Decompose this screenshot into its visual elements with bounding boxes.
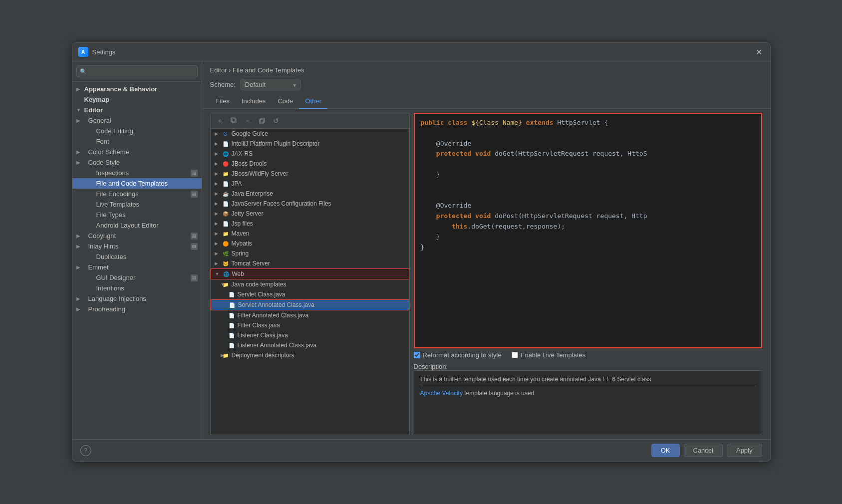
icon-jsp: 📄: [222, 220, 230, 228]
file-item-jsf[interactable]: ▶ 📄 JavaServer Faces Configuration Files: [211, 199, 409, 209]
label-servlet-annotated: Servlet Annotated Class.java: [238, 301, 314, 308]
file-item-java-enterprise[interactable]: ▶ ☕ Java Enterprise: [211, 189, 409, 199]
sidebar-item-editor[interactable]: ▼ Editor: [72, 105, 202, 115]
copy-button[interactable]: [229, 115, 240, 126]
reformat-checkbox[interactable]: [414, 352, 420, 358]
sidebar-item-inspections[interactable]: Inspections ⊞: [72, 168, 202, 178]
apply-button[interactable]: Apply: [727, 444, 762, 457]
file-item-java-code-templates[interactable]: ▼ 📁 Java code templates: [211, 279, 409, 289]
arrow-tomcat: ▶: [215, 261, 221, 266]
file-item-maven[interactable]: ▶ 📁 Maven: [211, 229, 409, 239]
file-item-mybatis[interactable]: ▶ 🟠 Mybatis: [211, 239, 409, 249]
sidebar-item-proofreading[interactable]: ▶ Proofreading: [72, 304, 202, 314]
file-item-filter-annotated[interactable]: 📄 Filter Annotated Class.java: [211, 310, 409, 320]
spacer-insp: [76, 170, 82, 176]
svg-rect-2: [260, 119, 264, 123]
file-item-jboss-wildfly[interactable]: ▶ 📁 JBoss/WildFly Server: [211, 169, 409, 179]
file-item-jetty[interactable]: ▶ 📦 Jetty Server: [211, 209, 409, 219]
apache-velocity-link[interactable]: Apache Velocity: [420, 390, 463, 397]
code-editor[interactable]: public class ${Class_Name} extends HttpS…: [414, 113, 762, 348]
main-content: Editor › File and Code Templates Scheme:…: [202, 61, 770, 439]
sidebar-item-emmet[interactable]: ▶ Emmet: [72, 262, 202, 272]
code-content: public class ${Class_Name} extends HttpS…: [415, 114, 761, 256]
file-item-jboss-drools[interactable]: ▶ 🔴 JBoss Drools: [211, 159, 409, 169]
scheme-select[interactable]: Default Project: [241, 79, 300, 90]
tab-files[interactable]: Files: [210, 94, 236, 109]
sidebar-item-language-injections[interactable]: ▶ Language Injections: [72, 293, 202, 304]
sidebar-item-keymap[interactable]: Keymap: [72, 94, 202, 105]
tab-other[interactable]: Other: [299, 94, 327, 109]
reformat-checkbox-label[interactable]: Reformat according to style: [414, 351, 502, 359]
sidebar-item-font[interactable]: Font: [72, 136, 202, 147]
sidebar-item-file-code-templates[interactable]: File and Code Templates: [72, 178, 202, 189]
reset-button[interactable]: ↺: [271, 115, 281, 126]
tab-code[interactable]: Code: [272, 94, 299, 109]
arrow-jpa: ▶: [215, 181, 221, 186]
sidebar-item-appearance[interactable]: ▶ Appearance & Behavior: [72, 84, 202, 94]
chevron-right-icon-em: ▶: [76, 264, 82, 270]
bottom-bar: ? OK Cancel Apply: [72, 439, 770, 461]
code-scroll[interactable]: public class ${Class_Name} extends HttpS…: [415, 114, 761, 347]
close-button[interactable]: ✕: [754, 47, 764, 57]
label-jpa: JPA: [232, 180, 242, 187]
sidebar-item-copyright[interactable]: ▶ Copyright ⊞: [72, 231, 202, 241]
sidebar-item-code-editing[interactable]: Code Editing: [72, 126, 202, 136]
label-web: Web: [232, 270, 244, 277]
sidebar-item-code-style[interactable]: ▶ Code Style: [72, 157, 202, 168]
sidebar-tree: ▶ Appearance & Behavior Keymap ▼ Editor …: [72, 82, 202, 439]
dialog-title: Settings: [92, 48, 116, 56]
cancel-button[interactable]: Cancel: [684, 444, 723, 457]
sidebar-item-general[interactable]: ▶ General: [72, 115, 202, 126]
icon-web: 🌐: [222, 270, 230, 278]
ok-button[interactable]: OK: [651, 444, 680, 457]
sidebar-item-live-templates[interactable]: Live Templates: [72, 199, 202, 210]
live-templates-checkbox-label[interactable]: Enable Live Templates: [512, 351, 586, 359]
file-item-servlet-class[interactable]: 📄 Servlet Class.java: [211, 289, 409, 299]
icon-listener-annotated: 📄: [228, 341, 236, 349]
sidebar-label-code-editing: Code Editing: [84, 127, 133, 135]
file-item-deployment[interactable]: ▶ 📁 Deployment descriptors: [211, 350, 409, 360]
help-button[interactable]: ?: [80, 445, 91, 456]
file-item-jax-rs[interactable]: ▶ 🌐 JAX-RS: [211, 149, 409, 159]
search-input[interactable]: [76, 65, 198, 77]
sidebar-label-duplicates: Duplicates: [84, 253, 127, 260]
file-item-listener-class[interactable]: 📄 Listener Class.java: [211, 330, 409, 340]
sidebar-item-file-encodings[interactable]: File Encodings ⊞: [72, 189, 202, 199]
sidebar-item-inlay-hints[interactable]: ▶ Inlay Hints ⊞: [72, 241, 202, 252]
sidebar-label-copyright: Copyright: [84, 232, 116, 240]
remove-button[interactable]: −: [243, 115, 254, 126]
file-item-jsp[interactable]: ▶ 📄 Jsp files: [211, 219, 409, 229]
icon-servlet-class: 📄: [228, 290, 236, 298]
sidebar-item-color-scheme[interactable]: ▶ Color Scheme: [72, 147, 202, 157]
chevron-right-icon-copy: ▶: [76, 233, 82, 239]
add-button[interactable]: +: [215, 115, 226, 126]
sidebar-item-intentions[interactable]: Intentions: [72, 283, 202, 293]
icon-servlet-annotated: 📄: [228, 301, 236, 309]
file-item-listener-annotated[interactable]: 📄 Listener Annotated Class.java: [211, 340, 409, 350]
file-item-spring[interactable]: ▶ 🌿 Spring: [211, 249, 409, 258]
duplicate-button[interactable]: [257, 115, 268, 126]
sidebar-item-file-types[interactable]: File Types: [72, 210, 202, 220]
file-item-intellij-plugin[interactable]: ▶ 📄 IntelliJ Platform Plugin Descriptor: [211, 139, 409, 149]
file-item-filter-class[interactable]: 📄 Filter Class.java: [211, 320, 409, 330]
indicator-file-encodings: ⊞: [191, 191, 198, 198]
tab-includes[interactable]: Includes: [236, 94, 272, 109]
svg-rect-3: [261, 118, 265, 122]
file-item-tomcat[interactable]: ▶ 🐱 Tomcat Server: [211, 258, 409, 268]
sidebar-item-gui-designer[interactable]: GUI Designer ⊞: [72, 272, 202, 283]
icon-deployment: 📁: [222, 351, 230, 359]
sidebar-item-duplicates[interactable]: Duplicates: [72, 252, 202, 262]
description-section: This is a built-in template used each ti…: [414, 370, 762, 435]
icon-filter-class: 📄: [228, 321, 236, 329]
arrow-jax: ▶: [215, 151, 221, 156]
file-item-google-guice[interactable]: ▶ G Google Guice: [211, 129, 409, 139]
file-item-jpa[interactable]: ▶ 📄 JPA: [211, 179, 409, 189]
file-item-servlet-annotated[interactable]: 📄 Servlet Annotated Class.java: [211, 299, 409, 310]
breadcrumb: Editor › File and Code Templates: [202, 61, 770, 77]
file-item-web[interactable]: ▼ 🌐 Web: [211, 268, 409, 279]
sidebar-label-font: Font: [84, 138, 109, 145]
sidebar-item-android-layout[interactable]: Android Layout Editor: [72, 220, 202, 231]
live-templates-checkbox[interactable]: [512, 352, 518, 358]
file-tree-scroll[interactable]: ▶ G Google Guice ▶ 📄 IntelliJ Platform P…: [211, 129, 409, 435]
chevron-right-icon-ih: ▶: [76, 244, 82, 249]
